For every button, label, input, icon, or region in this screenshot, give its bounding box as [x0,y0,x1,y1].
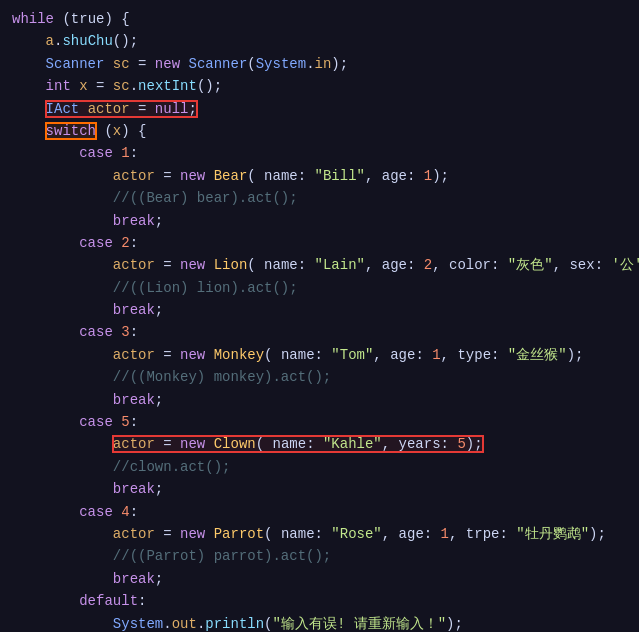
line-15: break; [0,299,639,321]
line-32: default: [0,590,639,612]
line-30: break; [0,568,639,590]
line-33: System.out.println("输入有误! 请重新输入！"); [0,613,639,632]
line-5: IAct actor = null; [0,98,639,120]
line-2: a.shuChu(); [0,30,639,52]
line-17: case 3: [0,321,639,343]
line-18: actor = new Monkey( name: "Tom", age: 1,… [0,344,639,366]
line-8: actor = new Bear( name: "Bill", age: 1); [0,165,639,187]
line-28: actor = new Parrot( name: "Rose", age: 1… [0,523,639,545]
line-1: while (true) { [0,8,639,30]
line-20: break; [0,389,639,411]
line-12: case 2: [0,232,639,254]
line-24: //clown.act(); [0,456,639,478]
line-22: case 5: [0,411,639,433]
line-13: actor = new Lion( name: "Lain", age: 2, … [0,254,639,276]
line-6: switch (x) { [0,120,639,142]
line-25: break; [0,478,639,500]
line-3: Scanner sc = new Scanner(System.in); [0,53,639,75]
line-9: //((Bear) bear).act(); [0,187,639,209]
line-23: actor = new Clown( name: "Kahle", years:… [0,433,639,455]
line-7: case 1: [0,142,639,164]
line-27: case 4: [0,501,639,523]
line-29: //((Parrot) parrot).act(); [0,545,639,567]
line-4: int x = sc.nextInt(); [0,75,639,97]
line-19: //((Monkey) monkey).act(); [0,366,639,388]
line-14: //((Lion) lion).act(); [0,277,639,299]
line-10: break; [0,210,639,232]
code-editor: while (true) { a.shuChu(); Scanner sc = … [0,0,639,632]
